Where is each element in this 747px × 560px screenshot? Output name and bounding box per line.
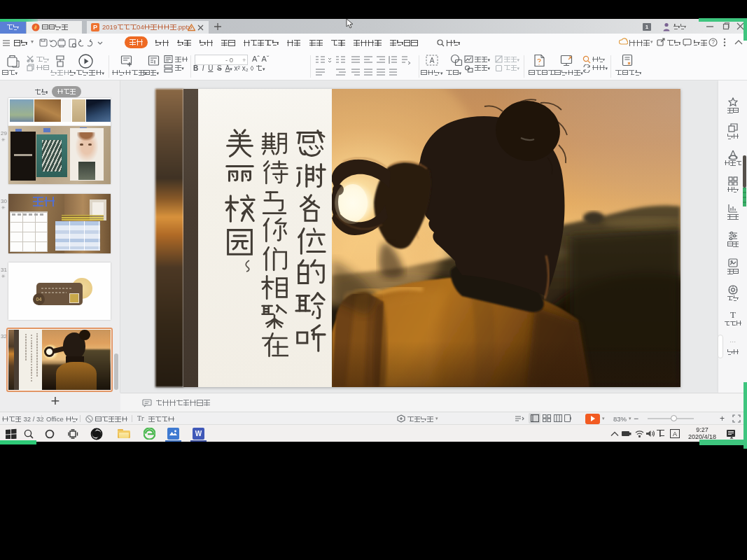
svg-text:A: A: [430, 57, 435, 64]
svg-text:?: ?: [711, 38, 715, 46]
svg-text:A: A: [673, 430, 677, 438]
